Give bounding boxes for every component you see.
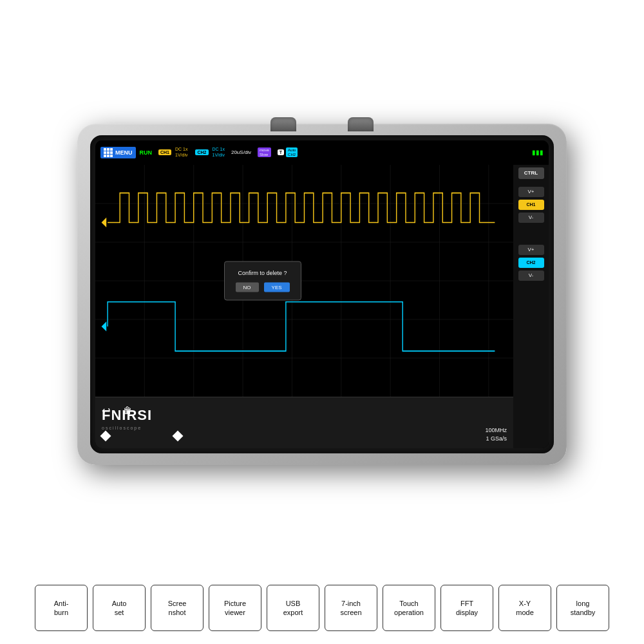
screen-bezel: MENU RUN CH1 DC 1x 1V/div CH2 DC 1x bbox=[90, 135, 554, 453]
vminus-ch2-button[interactable]: V- bbox=[518, 270, 544, 281]
feature-label-anti-burn: Anti- burn bbox=[54, 599, 69, 618]
ch2-info-line1: DC 1x bbox=[213, 147, 225, 152]
top-bumps bbox=[270, 117, 374, 131]
menu-grid-icon bbox=[104, 148, 113, 157]
dialog-buttons: NO YES bbox=[235, 282, 290, 292]
screen-header: MENU RUN CH1 DC 1x 1V/div CH2 DC 1x bbox=[95, 140, 549, 165]
ch1-info-line1: DC 1x bbox=[175, 147, 187, 152]
bump-right bbox=[348, 117, 374, 131]
bump-left bbox=[270, 117, 296, 131]
bottom-row-1: ↩ 🗑 bbox=[95, 397, 513, 424]
feature-label-fft-display: FFT display bbox=[456, 599, 478, 618]
feature-long-standby: long standby bbox=[556, 585, 609, 631]
feature-label-screenshot: Scree nshot bbox=[168, 599, 187, 618]
trigger-section: T Auto CH2 bbox=[278, 147, 298, 157]
ch2-badge-header: CH2 bbox=[195, 149, 208, 155]
ch1-info-line2: 1V/div bbox=[175, 153, 187, 158]
bottom-bar: ↩ 🗑 bbox=[95, 397, 513, 448]
spec-gsa: 1 GSa/s bbox=[485, 435, 507, 443]
device-section: MENU RUN CH1 DC 1x 1V/div CH2 DC 1x bbox=[0, 0, 644, 575]
dialog-no-button[interactable]: NO bbox=[236, 282, 259, 292]
move-slow-badge: move Slow bbox=[258, 147, 271, 157]
ch2-info: DC 1x 1V/div bbox=[213, 147, 225, 158]
menu-button[interactable]: MENU bbox=[100, 147, 136, 158]
feature-label-touch-operation: Touch operation bbox=[394, 599, 424, 618]
oscilloscope-screen: MENU RUN CH1 DC 1x 1V/div CH2 DC 1x bbox=[95, 140, 549, 448]
bottom-row-2 bbox=[95, 424, 513, 448]
feature-label-7inch-screen: 7-inch screen bbox=[340, 599, 361, 618]
battery-icon: ▮▮▮ bbox=[532, 149, 544, 156]
feature-screenshot: Scree nshot bbox=[151, 585, 204, 631]
feature-label-usb-export: USB export bbox=[283, 599, 303, 618]
brand-text: FNIRSI bbox=[102, 407, 152, 424]
feature-label-auto-set: Auto set bbox=[112, 599, 127, 618]
svg-marker-13 bbox=[102, 217, 107, 227]
diamond-icon-1 bbox=[100, 430, 111, 441]
feature-auto-set: Auto set bbox=[93, 585, 146, 631]
waveform-svg bbox=[95, 165, 513, 397]
vplus-ch2-button[interactable]: V+ bbox=[518, 245, 544, 255]
feature-label-xy-mode: X-Y mode bbox=[516, 599, 534, 618]
vminus-ch1-button[interactable]: V- bbox=[518, 213, 544, 223]
feature-picture-viewer: Picture viewer bbox=[209, 585, 261, 631]
ch2-info-line2: 1V/div bbox=[213, 153, 225, 158]
feature-fft-display: FFT display bbox=[440, 585, 493, 631]
feature-usb-export: USB export bbox=[267, 585, 319, 631]
delete-dialog: Confirm to delete ? NO YES bbox=[224, 261, 301, 300]
time-div: 20uS/div bbox=[231, 149, 251, 155]
brand-sub: oscilloscope bbox=[102, 426, 142, 430]
feature-label-long-standby: long standby bbox=[571, 599, 596, 618]
oscilloscope-device: MENU RUN CH1 DC 1x 1V/div CH2 DC 1x bbox=[77, 124, 567, 465]
dialog-yes-button[interactable]: YES bbox=[264, 282, 290, 292]
right-panel: CTRL V+ CH1 V- V+ CH2 V- bbox=[513, 165, 549, 448]
feature-anti-burn: Anti- burn bbox=[35, 585, 88, 631]
feature-touch-operation: Touch operation bbox=[383, 585, 435, 631]
feature-label-picture-viewer: Picture viewer bbox=[224, 599, 246, 618]
menu-label: MENU bbox=[115, 149, 133, 156]
spec-text: 100MHz 1 GSa/s bbox=[485, 426, 507, 442]
ch2-button[interactable]: CH2 bbox=[518, 258, 544, 268]
features-section: Anti- burnAuto setScree nshotPicture vie… bbox=[0, 575, 644, 644]
ch1-info: DC 1x 1V/div bbox=[175, 147, 187, 158]
feature-xy-mode: X-Y mode bbox=[498, 585, 551, 631]
trigger-t-badge: T bbox=[278, 149, 284, 155]
auto-ch2-badge: Auto CH2 bbox=[286, 147, 298, 157]
ch1-badge: CH1 bbox=[158, 149, 171, 155]
svg-marker-14 bbox=[102, 321, 107, 331]
ctrl-button[interactable]: CTRL bbox=[518, 167, 544, 179]
waveform-area: Confirm to delete ? NO YES bbox=[95, 165, 513, 397]
ch1-button[interactable]: CH1 bbox=[518, 200, 544, 210]
diamond-icon-2 bbox=[173, 430, 184, 441]
dialog-title: Confirm to delete ? bbox=[235, 269, 290, 276]
vplus-ch1-button[interactable]: V+ bbox=[518, 187, 544, 197]
feature-7inch-screen: 7-inch screen bbox=[325, 585, 377, 631]
status-run: RUN bbox=[140, 149, 153, 156]
spec-mhz: 100MHz bbox=[485, 426, 507, 435]
